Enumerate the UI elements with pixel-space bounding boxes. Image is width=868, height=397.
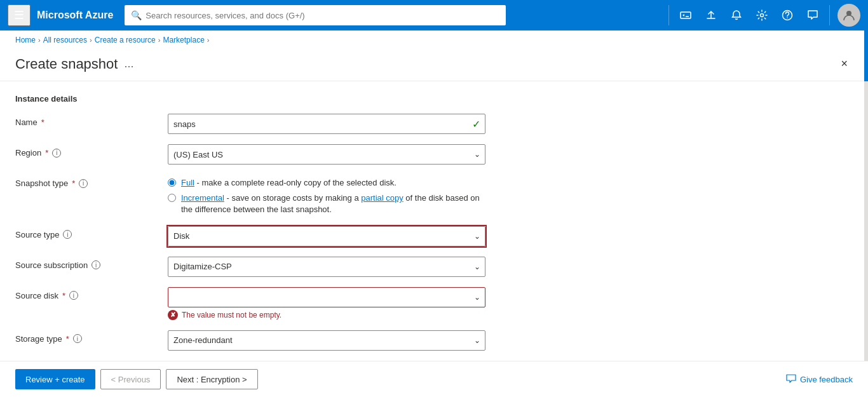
snapshot-type-incremental-option: Incremental - save on storage costs by m… <box>168 192 485 215</box>
source-type-select-wrapper: Disk Snapshot Storage blob ⌄ <box>168 226 485 246</box>
name-row: Name * ✓ <box>15 114 853 134</box>
snapshot-type-control: Full - make a complete read-only copy of… <box>168 175 485 216</box>
section-title: Instance details <box>15 94 853 104</box>
source-subscription-label: Source subscription i <box>15 257 168 270</box>
svg-point-2 <box>761 14 764 17</box>
svg-rect-0 <box>681 12 691 18</box>
source-disk-select[interactable] <box>168 287 485 307</box>
breadcrumb-home[interactable]: Home <box>15 36 36 44</box>
source-subscription-row: Source subscription i Digitamize-CSP ⌄ <box>15 257 853 277</box>
breadcrumb-sep-3: › <box>158 36 161 44</box>
footer: Review + create < Previous Next : Encryp… <box>0 361 868 397</box>
source-disk-control: ⌄ ✘ The value must not be empty. <box>168 287 485 320</box>
svg-point-4 <box>787 17 788 18</box>
help-icon[interactable] <box>776 4 799 27</box>
source-type-row: Source type i Disk Snapshot Storage blob… <box>15 226 853 246</box>
breadcrumb-create-resource[interactable]: Create a resource <box>95 36 156 44</box>
region-row: Region * i (US) East US (US) West US ⌄ <box>15 144 853 165</box>
snapshot-type-radio-group: Full - make a complete read-only copy of… <box>168 175 485 216</box>
breadcrumb: Home › All resources › Create a resource… <box>0 30 868 50</box>
snapshot-type-full-label: Full - make a complete read-only copy of… <box>181 177 397 189</box>
source-subscription-select-wrapper: Digitamize-CSP ⌄ <box>168 257 485 277</box>
storage-type-select[interactable]: Zone-redundant Standard HDD Standard SSD… <box>168 330 485 351</box>
name-checkmark: ✓ <box>472 118 480 130</box>
source-type-info-icon[interactable]: i <box>63 230 72 239</box>
snapshot-type-row: Snapshot type * i Full - make a complete… <box>15 175 853 216</box>
storage-type-required: * <box>66 334 69 344</box>
snapshot-type-required: * <box>72 178 75 188</box>
snapshot-type-info-icon[interactable]: i <box>79 179 88 188</box>
upload-icon[interactable] <box>700 4 722 27</box>
source-disk-error: ✘ The value must not be empty. <box>168 310 485 320</box>
source-disk-row: Source disk * i ⌄ ✘ The value must not b… <box>15 287 853 320</box>
breadcrumb-sep-4: › <box>207 36 210 44</box>
storage-type-row: Storage type * i Zone-redundant Standard… <box>15 330 853 351</box>
error-icon: ✘ <box>168 310 178 320</box>
snapshot-type-full-radio[interactable] <box>168 178 176 187</box>
name-input[interactable] <box>168 114 485 134</box>
feedback-nav-icon[interactable] <box>801 4 824 27</box>
page-title: Create snapshot <box>15 56 118 72</box>
storage-type-label: Storage type * i <box>15 330 168 344</box>
snapshot-type-incremental-label: Incremental - save on storage costs by m… <box>181 192 485 215</box>
close-button[interactable]: × <box>836 55 853 73</box>
page-header: Create snapshot ... × <box>0 50 868 81</box>
hamburger-menu[interactable]: ☰ <box>8 4 31 26</box>
settings-icon[interactable] <box>750 4 773 27</box>
more-options-button[interactable]: ... <box>124 57 133 71</box>
top-navigation: ☰ Microsoft Azure 🔍 <box>0 0 868 30</box>
nav-separator <box>668 5 669 25</box>
region-info-icon[interactable]: i <box>52 149 61 158</box>
source-disk-info-icon[interactable]: i <box>69 291 78 300</box>
source-disk-select-wrapper: ⌄ <box>168 287 485 307</box>
region-control: (US) East US (US) West US ⌄ <box>168 144 485 165</box>
nav-icons <box>666 4 860 27</box>
source-type-control: Disk Snapshot Storage blob ⌄ <box>168 226 485 246</box>
review-create-button[interactable]: Review + create <box>15 369 95 389</box>
name-input-wrapper: ✓ <box>168 114 485 134</box>
give-feedback-link[interactable]: Give feedback <box>786 374 853 384</box>
breadcrumb-all-resources[interactable]: All resources <box>43 36 87 44</box>
error-text: The value must not be empty. <box>182 311 281 320</box>
source-type-label: Source type i <box>15 226 168 239</box>
cloud-shell-icon[interactable] <box>674 4 697 27</box>
source-disk-required: * <box>62 291 65 300</box>
previous-button[interactable]: < Previous <box>100 369 161 389</box>
content-area: Instance details Name * ✓ Region * i <box>0 81 868 397</box>
region-label: Region * i <box>15 144 168 158</box>
storage-type-info-icon[interactable]: i <box>73 334 82 343</box>
snapshot-type-full-option: Full - make a complete read-only copy of… <box>168 177 485 189</box>
breadcrumb-sep-2: › <box>90 36 92 44</box>
region-select[interactable]: (US) East US (US) West US <box>168 144 485 165</box>
name-label: Name * <box>15 114 168 127</box>
nav-separator-2 <box>829 5 830 25</box>
breadcrumb-marketplace: Marketplace <box>163 36 204 44</box>
avatar[interactable] <box>837 4 860 27</box>
snapshot-type-label: Snapshot type * i <box>15 175 168 188</box>
main-wrapper: Home › All resources › Create a resource… <box>0 30 868 397</box>
breadcrumb-sep-1: › <box>38 36 41 44</box>
search-bar: 🔍 <box>125 5 506 25</box>
source-subscription-select[interactable]: Digitamize-CSP <box>168 257 485 277</box>
snapshot-type-incremental-radio[interactable] <box>168 194 176 202</box>
region-select-wrapper: (US) East US (US) West US ⌄ <box>168 144 485 165</box>
feedback-label: Give feedback <box>800 375 853 384</box>
region-required: * <box>45 148 48 158</box>
source-type-select[interactable]: Disk Snapshot Storage blob <box>168 226 485 246</box>
next-button[interactable]: Next : Encryption > <box>166 369 257 389</box>
name-required: * <box>41 118 44 127</box>
storage-type-control: Zone-redundant Standard HDD Standard SSD… <box>168 330 485 351</box>
source-subscription-control: Digitamize-CSP ⌄ <box>168 257 485 277</box>
azure-logo: Microsoft Azure <box>37 10 113 21</box>
scrollbar[interactable] <box>864 30 868 367</box>
search-icon: 🔍 <box>131 10 142 20</box>
source-subscription-info-icon[interactable]: i <box>92 260 100 269</box>
scrollbar-thumb[interactable] <box>864 30 868 81</box>
storage-type-select-wrapper: Zone-redundant Standard HDD Standard SSD… <box>168 330 485 351</box>
search-input[interactable] <box>146 11 499 20</box>
notification-icon[interactable] <box>725 4 748 27</box>
name-control: ✓ <box>168 114 485 134</box>
source-disk-label: Source disk * i <box>15 287 168 300</box>
